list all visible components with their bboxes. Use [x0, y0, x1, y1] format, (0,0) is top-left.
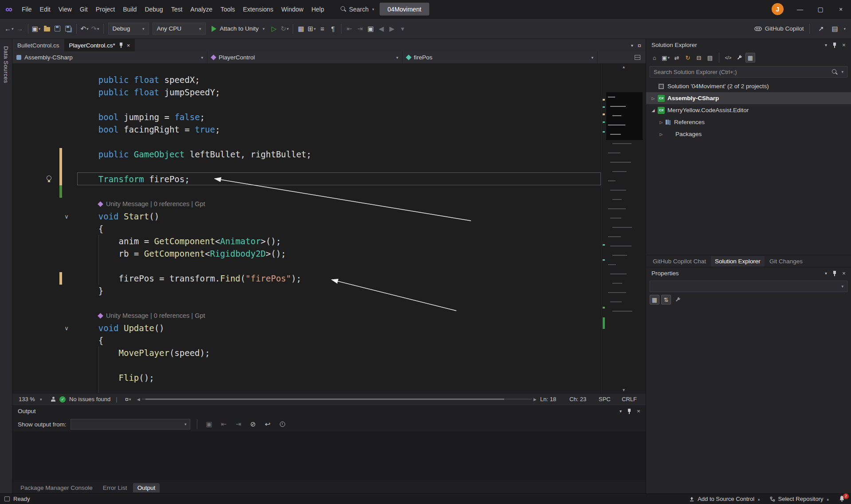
panel-tab-output[interactable]: Output	[133, 483, 160, 492]
code-line-24[interactable]	[78, 359, 601, 371]
menu-test[interactable]: Test	[167, 0, 187, 18]
code-line-2[interactable]: public float jumpSpeedY;	[78, 86, 601, 98]
menu-build[interactable]: Build	[119, 0, 141, 18]
column-indicator[interactable]: Ch: 23	[569, 396, 595, 402]
collapse-all-button[interactable]: ⊟	[694, 53, 704, 63]
code-line-25[interactable]: Flip();	[78, 371, 601, 384]
clear-output-button[interactable]: ⊘	[248, 418, 259, 430]
close-button[interactable]: ×	[831, 0, 851, 19]
code-line-18[interactable]: }	[78, 285, 601, 297]
switch-views-button[interactable]: ▣▾	[661, 53, 671, 63]
scrollbar-track[interactable]	[142, 399, 532, 400]
spaces-indicator[interactable]: SPC	[599, 396, 618, 402]
notifications-button[interactable]: 2	[839, 495, 847, 503]
minimize-button[interactable]: —	[790, 0, 810, 19]
close-icon[interactable]: ×	[637, 408, 640, 414]
view-code-button[interactable]: </>	[723, 53, 733, 63]
panel-tab-package-manager-console[interactable]: Package Manager Console	[16, 483, 97, 492]
code-line-15[interactable]: rb = GetComponent<Rigidbody2D>();	[78, 247, 601, 260]
scroll-down-icon[interactable]: ▼	[602, 388, 646, 392]
timestamp-button[interactable]	[277, 418, 288, 430]
categorized-button[interactable]: ▦	[650, 295, 659, 305]
tree-item-references[interactable]: ▷References	[646, 116, 851, 128]
navigate-forward-button[interactable]: →	[15, 23, 25, 35]
preview-selected-items-button[interactable]: ▦	[745, 53, 755, 63]
previous-bookmark-button[interactable]: ◀	[376, 23, 387, 35]
window-menu-icon[interactable]: ▾	[825, 43, 827, 47]
find-in-files-button[interactable]: ▦	[296, 23, 306, 35]
start-without-debugging-button[interactable]: ▷	[269, 23, 279, 35]
menu-project[interactable]: Project	[92, 0, 119, 18]
pin-icon[interactable]	[832, 43, 837, 48]
code-line-4[interactable]: bool jumping = false;	[78, 111, 601, 123]
open-folder-button[interactable]	[42, 23, 52, 35]
properties-button[interactable]	[734, 53, 744, 63]
code-line-1[interactable]: public float speedX;	[78, 74, 601, 86]
code-line-8[interactable]	[78, 160, 601, 173]
word-wrap-button[interactable]: ↩	[263, 418, 273, 430]
lightbulb-icon[interactable]	[45, 176, 52, 183]
save-all-button[interactable]	[63, 23, 74, 35]
user-avatar[interactable]: J	[772, 3, 784, 15]
show-all-files-button[interactable]: ▤	[705, 53, 715, 63]
horizontal-scrollbar[interactable]: ◀ ▶	[137, 397, 537, 402]
window-menu-icon[interactable]: ▾	[825, 271, 827, 276]
indent-increase-button[interactable]: ⇥	[355, 23, 365, 35]
close-icon[interactable]: ×	[127, 42, 130, 49]
select-repository-button[interactable]: Select Repository ▴	[770, 496, 829, 502]
code-cleanup-button[interactable]: ¤▾	[123, 395, 133, 404]
code-zone[interactable]: ∨∨ public float speedX; public float jum…	[12, 64, 601, 393]
menu-tools[interactable]: Tools	[216, 0, 239, 18]
save-button[interactable]	[52, 23, 63, 35]
menu-edit[interactable]: Edit	[36, 0, 55, 18]
collapse-region-icon[interactable]: ∨	[62, 322, 71, 334]
toolbar-overflow-button[interactable]: ▾	[397, 23, 408, 35]
breadcrumb-assembly-csharp[interactable]: Assembly-CSharp▾	[12, 51, 208, 63]
close-icon[interactable]: ×	[842, 42, 846, 48]
code-line-16[interactable]	[78, 260, 601, 272]
undo-button[interactable]: ↶▾	[79, 23, 90, 35]
code-line-5[interactable]: bool facingRight = true;	[78, 123, 601, 136]
new-item-button[interactable]: ▣▾	[31, 23, 42, 35]
code-line-13[interactable]: {	[78, 223, 601, 235]
zoom-dropdown[interactable]: 133 %▾	[16, 396, 47, 402]
code-line-19[interactable]	[78, 297, 601, 309]
output-source-dropdown[interactable]: ▾	[71, 419, 190, 430]
active-files-dropdown-icon[interactable]: ▾	[631, 43, 633, 48]
home-button[interactable]: ⌂	[650, 53, 659, 63]
alphabetical-button[interactable]: ⇅	[661, 295, 671, 305]
menu-help[interactable]: Help	[307, 0, 328, 18]
indent-decrease-button[interactable]: ⇤	[344, 23, 355, 35]
github-copilot-button[interactable]: GitHub Copilot ↗ ▤ ▾	[754, 23, 847, 35]
code-line-23[interactable]: MovePlayer(speed);	[78, 347, 601, 359]
data-sources-side-tab[interactable]: Data Sources	[3, 46, 9, 83]
scroll-up-icon[interactable]: ▲	[602, 65, 646, 69]
restore-button[interactable]: ▢	[810, 0, 831, 19]
solution-platform-dropdown[interactable]: Any CPU▾	[153, 23, 206, 35]
menu-window[interactable]: Window	[277, 0, 307, 18]
search-box[interactable]: Search ▾	[335, 3, 380, 16]
pin-icon[interactable]	[627, 409, 631, 414]
line-ending-indicator[interactable]: CRLF	[622, 396, 642, 402]
window-menu-icon[interactable]: ▾	[620, 409, 622, 414]
minimap[interactable]: ▲ ▼	[601, 64, 646, 393]
hot-reload-button[interactable]: ↻▾	[279, 23, 290, 35]
code-line-22[interactable]: {	[78, 334, 601, 347]
code-line-3[interactable]	[78, 98, 601, 111]
share-button[interactable]: ↗	[816, 23, 826, 35]
tree-item-packages[interactable]: ▷Packages	[646, 128, 851, 140]
code-line-21[interactable]: void Update()	[78, 322, 601, 334]
code-map-button[interactable]: ⊞▾	[306, 23, 317, 35]
close-icon[interactable]: ×	[842, 270, 846, 277]
accessibility-icon[interactable]	[51, 397, 56, 402]
properties-content[interactable]	[646, 306, 851, 493]
split-window-icon[interactable]	[635, 55, 640, 60]
scrollbar-thumb[interactable]	[145, 399, 504, 400]
tool-tab-git-changes[interactable]: Git Changes	[765, 256, 807, 266]
code-line-7[interactable]: public GameObject leftBullet, rightBulle…	[78, 148, 601, 160]
line-indicator[interactable]: Ln: 18	[540, 396, 566, 402]
show-whitespace-button[interactable]: ¶	[328, 23, 338, 35]
expander-icon[interactable]: ▷	[650, 96, 657, 101]
menu-git[interactable]: Git	[76, 0, 92, 18]
attach-to-unity-button[interactable]: Attach to Unity ▾	[208, 23, 269, 35]
